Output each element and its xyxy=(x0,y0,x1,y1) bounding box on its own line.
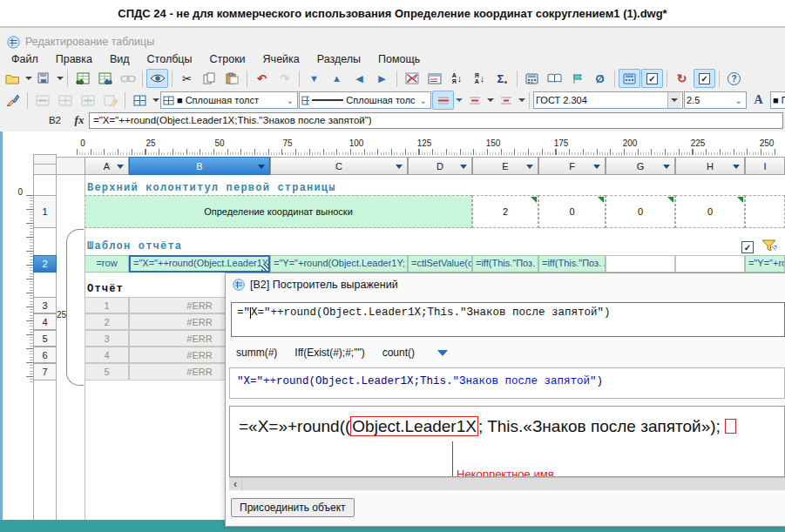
help-button[interactable]: ? xyxy=(723,69,745,88)
menu-item-cell[interactable]: Ячейка xyxy=(255,51,308,68)
report-cell[interactable]: 2 xyxy=(85,313,129,330)
function-count[interactable]: count() xyxy=(382,347,415,359)
filter-button[interactable] xyxy=(761,239,777,253)
cell-row1-g[interactable]: 0 xyxy=(606,195,675,228)
dialog-title-bar[interactable]: [B2] Построитель выражений xyxy=(233,279,398,291)
link-button[interactable] xyxy=(117,69,139,88)
save-button[interactable] xyxy=(33,69,55,88)
notebook-button[interactable] xyxy=(544,69,565,88)
align-button-1[interactable] xyxy=(432,91,454,110)
menu-item-file[interactable]: Файл xyxy=(3,51,46,68)
chevron-down-icon[interactable] xyxy=(593,165,600,169)
chevron-down-icon[interactable] xyxy=(663,165,670,169)
chevron-down-icon[interactable] xyxy=(396,165,403,169)
expression-calculator-button[interactable] xyxy=(619,69,640,88)
cell-row2-h[interactable] xyxy=(675,255,745,273)
cell-row2-g[interactable] xyxy=(606,255,675,273)
function-summ[interactable]: summ(#) xyxy=(236,347,277,359)
insert-cells-button[interactable] xyxy=(77,91,98,110)
cell-row2-a[interactable]: =row xyxy=(85,255,129,273)
chevron-down-icon[interactable] xyxy=(733,165,740,169)
form-button[interactable] xyxy=(423,69,445,88)
column-header-d[interactable]: D xyxy=(408,157,472,175)
expression-input[interactable]: ="X="++round(Object.Leader1X;This."Знако… xyxy=(231,302,785,337)
format-painter-button[interactable] xyxy=(2,91,24,110)
menu-item-edit[interactable]: Правка xyxy=(48,51,100,68)
text-style-combo[interactable]: ГОСТ 2.304 xyxy=(533,91,683,109)
cell-row1-merged[interactable]: Определение координат выноски xyxy=(85,195,472,228)
cell-row2-c[interactable]: ="Y="+round(Object.Leader1Y; xyxy=(270,255,408,273)
scroll-left-button[interactable]: ‹ xyxy=(229,478,242,491)
chevron-down-icon[interactable] xyxy=(460,165,467,169)
row-header-5[interactable]: 5 xyxy=(33,330,57,347)
menu-item-help[interactable]: Помощь xyxy=(370,51,428,68)
menu-item-sections[interactable]: Разделы xyxy=(309,51,369,68)
border-style-combo-1[interactable]: ■ Сплошная толст ⌄ xyxy=(160,91,298,109)
export-excel-button[interactable] xyxy=(94,69,116,88)
cell-reference[interactable]: B2 xyxy=(40,115,70,125)
border-style-combo-2[interactable]: Сплошная толс ⌄ xyxy=(299,91,431,109)
sum-button[interactable]: Σ xyxy=(491,69,513,88)
refresh-button[interactable]: ↻ xyxy=(671,69,693,88)
chevron-down-icon[interactable] xyxy=(117,165,124,169)
column-header-i[interactable]: I xyxy=(745,157,785,175)
align-dropdown-2[interactable] xyxy=(486,91,494,110)
align-button-2[interactable] xyxy=(464,91,485,110)
column-header-b[interactable]: B xyxy=(129,157,270,175)
report-cell[interactable]: 5 xyxy=(85,363,129,380)
move-down-button[interactable]: ▼ xyxy=(303,69,325,88)
row-header-6[interactable]: 6 xyxy=(33,347,57,363)
function-iff[interactable]: Iff(Exist(#);#;"") xyxy=(294,347,364,359)
chart-button[interactable] xyxy=(401,69,423,88)
attach-object-button[interactable]: Присоединить объект xyxy=(231,498,355,517)
move-right-button[interactable]: ▶ xyxy=(371,69,393,88)
move-up-button[interactable]: ▲ xyxy=(326,69,348,88)
functions-dropdown-icon[interactable] xyxy=(437,350,448,356)
calculator-button[interactable] xyxy=(521,69,543,88)
chevron-down-icon[interactable] xyxy=(526,165,533,169)
column-header-e[interactable]: E xyxy=(472,157,538,175)
sort-descending-button[interactable]: ЯА↓ xyxy=(469,69,491,88)
sort-ascending-button[interactable]: АЯ↓ xyxy=(446,69,468,88)
row-header-3[interactable]: 3 xyxy=(33,297,57,313)
paste-button[interactable] xyxy=(221,69,243,88)
horizontal-scrollbar[interactable]: ‹ xyxy=(229,477,785,490)
flag-button[interactable] xyxy=(566,69,588,88)
chevron-down-icon[interactable] xyxy=(258,165,265,169)
save-dropdown[interactable] xyxy=(56,69,64,88)
align-dropdown-1[interactable] xyxy=(455,91,463,110)
menu-item-columns[interactable]: Столбцы xyxy=(139,51,200,68)
dropdown-button[interactable] xyxy=(667,92,680,108)
fill-handle[interactable] xyxy=(261,264,268,271)
borders-dropdown[interactable] xyxy=(152,91,159,110)
row-header-7[interactable]: 7 xyxy=(33,363,57,380)
move-left-button[interactable]: ◀ xyxy=(349,69,370,88)
copy-button[interactable] xyxy=(199,69,220,88)
row-header-1[interactable]: 1 xyxy=(33,195,57,228)
cell-row1-e[interactable]: 2 xyxy=(472,195,538,228)
menu-item-view[interactable]: Вид xyxy=(102,51,138,68)
menu-item-rows[interactable]: Строки xyxy=(201,51,253,68)
column-header-a[interactable]: A xyxy=(85,157,129,175)
cell-row2-f[interactable]: =iff(This."Поз. / xyxy=(538,255,606,273)
row-header-4[interactable]: 4 xyxy=(33,313,57,330)
text-color-combo[interactable]: ■ По объе xyxy=(770,91,785,109)
fx-icon[interactable]: fx xyxy=(70,113,89,127)
edit-cell-button[interactable] xyxy=(99,91,121,110)
row-header-2[interactable]: 2 xyxy=(33,255,57,273)
report-cell[interactable]: 3 xyxy=(85,330,129,347)
template-visibility-checkbox[interactable]: ✓ xyxy=(741,241,754,253)
report-cell[interactable]: 4 xyxy=(85,347,129,363)
align-dropdown-3[interactable] xyxy=(518,91,525,110)
text-height-combo[interactable]: 2.5 ⌄ xyxy=(684,91,747,109)
column-header-c[interactable]: C xyxy=(270,157,408,175)
cell-row2-b-selected[interactable]: ="X="++round(Object.Leader1X;T xyxy=(129,255,270,273)
cell-row1-i[interactable] xyxy=(745,195,785,228)
cell-row2-d[interactable]: =ctlSetValue(of xyxy=(408,255,472,273)
cell-row2-e[interactable]: =iff(This."Поз. xyxy=(472,255,538,273)
merge-cells-button[interactable] xyxy=(31,91,53,110)
cut-button[interactable]: ✂ xyxy=(176,69,198,88)
split-cells-button[interactable] xyxy=(54,91,76,110)
cell-row1-f[interactable]: 0 xyxy=(538,195,606,228)
diameter-button[interactable]: Ø xyxy=(589,69,611,88)
